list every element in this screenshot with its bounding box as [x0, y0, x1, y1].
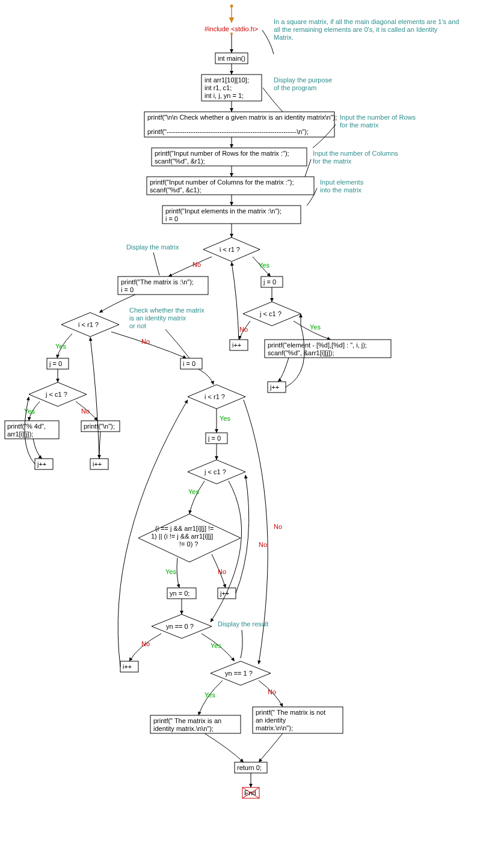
- disp-init-l1: printf("The matrix is :\n");: [121, 278, 194, 286]
- cond-i-lt-r1-input-text: i < r1 ?: [220, 246, 240, 253]
- input-cols-l2: scanf("%d", &c1);: [150, 186, 201, 194]
- jpp-disp-text: j++: [37, 460, 46, 468]
- label-yes: Yes: [220, 415, 230, 422]
- flowchart-canvas: #include <stdio.h> In a square matrix, i…: [0, 0, 486, 868]
- label-no: No: [268, 688, 276, 695]
- print-cell-l2: arr1[i][j]);: [7, 430, 33, 438]
- comment-display-matrix: Display the matrix: [126, 243, 179, 251]
- ipp-check-text: i++: [123, 663, 132, 670]
- input-elems-l1: printf("Input elements in the matrix :\n…: [165, 207, 281, 215]
- cond-i-lt-r1-disp-text: i < r1 ?: [78, 321, 99, 328]
- cond-j-lt-c1-input-text: j < c1 ?: [259, 310, 281, 317]
- read-elem-l2: scanf("%d", &arr1[i][j]);: [268, 349, 334, 356]
- decls-l3: int i, j, yn = 1;: [205, 92, 244, 99]
- cond-identity-l1: (i == j && arr1[i][j] !=: [155, 525, 214, 532]
- comment-rows-l1: Input the number of Rows: [340, 114, 416, 121]
- comment-elems-l2: into the matrix: [320, 186, 362, 194]
- decls-l2: int r1, c1;: [205, 84, 232, 91]
- comment-purpose-l2: of the program: [274, 84, 317, 91]
- cond-j-lt-c1-check-text: j < c1 ?: [204, 468, 226, 475]
- read-elem-l1: printf("element - [%d],[%d] : ", i, j);: [268, 341, 367, 349]
- label-yes: Yes: [55, 343, 66, 350]
- label-no: No: [192, 261, 201, 268]
- res-yes-l2: identity matrix.\n\n");: [153, 725, 214, 732]
- label-no: No: [141, 640, 150, 647]
- disp-init-l2: i = 0: [121, 286, 134, 293]
- j0-disp-text: j = 0: [49, 360, 62, 367]
- label-no: No: [141, 338, 150, 345]
- cond-identity-l2: 1) || (i != j && arr1[i][j]: [151, 533, 213, 540]
- print-header-l2: printf("--------------------------------…: [147, 128, 309, 135]
- jpp-input-text: j++: [269, 384, 279, 391]
- j0-check-text: j = 0: [208, 435, 221, 442]
- input-elems-l2: i = 0: [165, 215, 178, 222]
- end-text: End: [244, 789, 256, 796]
- label-yes: Yes: [205, 691, 215, 698]
- j0-input-text: j = 0: [263, 278, 276, 286]
- ipp-disp-text: i++: [93, 460, 102, 468]
- comment-rows-l2: for the matrix: [340, 121, 379, 129]
- comment-elems-l1: Input elements: [320, 179, 364, 186]
- label-no: No: [259, 541, 267, 548]
- cond-yn0-text: yn == 0 ?: [166, 623, 194, 630]
- res-no-l1: printf(" The matrix is not: [256, 709, 325, 716]
- cond-i-lt-r1-check-text: i < r1 ?: [205, 393, 225, 400]
- print-cell-l1: printf("% 4d",: [7, 423, 46, 430]
- decls-l1: int arr1[10][10];: [205, 76, 249, 84]
- cond-identity-l3: != 0) ?: [179, 540, 198, 548]
- res-yes-l1: printf(" The matrix is an: [153, 717, 221, 724]
- comment-cols-l1: Input the number of Columns: [313, 150, 398, 157]
- comment-connector: [262, 30, 274, 54]
- input-rows-l2: scanf("%d", &r1);: [155, 157, 205, 165]
- label-yes: Yes: [310, 323, 321, 331]
- label-yes: Yes: [165, 568, 176, 575]
- comment-check-l2: is an identity matrix: [129, 314, 186, 322]
- print-nl-text: printf("\n");: [84, 423, 115, 430]
- svg-point-0: [230, 5, 233, 8]
- comment-purpose-l1: Display the purpose: [274, 76, 332, 84]
- comment-check-l1: Check whether the matrix: [129, 307, 205, 314]
- comment-identity-def-l2: all the remaining elements are 0's, it i…: [274, 26, 438, 33]
- label-no: No: [239, 326, 248, 333]
- label-yes: Yes: [188, 488, 199, 495]
- comment-identity-def-l1: In a square matrix, if all the main diag…: [274, 18, 459, 25]
- label-no: No: [218, 568, 226, 575]
- print-header-l1: printf("\n\n Check whether a given matri…: [147, 114, 337, 121]
- label-no: No: [274, 523, 282, 530]
- cond-j-lt-c1-disp-text: j < c1 ?: [45, 391, 67, 398]
- main-decl-text: int main(): [218, 55, 245, 62]
- return-text: return 0;: [237, 764, 262, 771]
- svg-point-1: [230, 32, 233, 35]
- comment-cols-l2: for the matrix: [313, 157, 352, 165]
- res-no-l3: matrix.\n\n");: [256, 724, 293, 732]
- res-no-l2: an identity: [256, 717, 286, 724]
- label-no: No: [81, 408, 90, 415]
- input-cols-l1: printf("Input number of Columns for the …: [150, 179, 294, 186]
- yn0-text: yn = 0;: [170, 590, 189, 597]
- jpp-check-text: j++: [220, 590, 229, 597]
- comment-identity-def-l3: Matrix.: [274, 34, 294, 41]
- comment-check-l3: or not: [129, 322, 146, 329]
- ipp-input-text: i++: [232, 341, 241, 349]
- i0-check-text: i = 0: [183, 360, 195, 367]
- input-rows-l1: printf("Input number of Rows for the mat…: [155, 150, 289, 157]
- label-yes: Yes: [259, 261, 269, 269]
- include-directive: #include <stdio.h>: [205, 25, 258, 32]
- cond-yn1-text: yn == 1 ?: [225, 670, 253, 677]
- label-yes: Yes: [211, 642, 221, 649]
- comment-result: Display the result: [218, 620, 268, 628]
